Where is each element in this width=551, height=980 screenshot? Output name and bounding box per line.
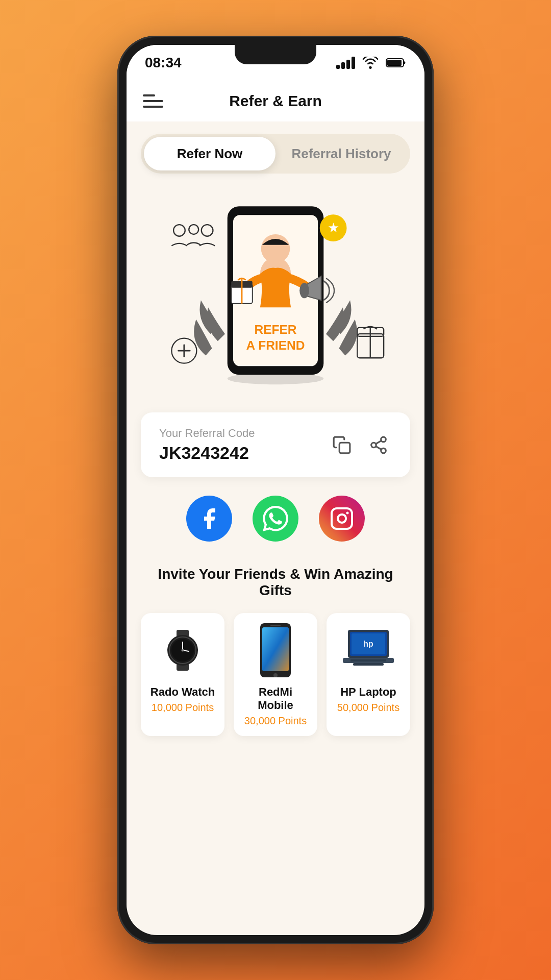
mobile-points: 30,000 Points xyxy=(244,715,307,727)
referral-code-card: Your Referral Code JK3243242 xyxy=(141,412,410,477)
status-time: 08:34 xyxy=(145,55,182,71)
page-title: Refer & Earn xyxy=(163,92,388,110)
svg-rect-51 xyxy=(350,659,386,662)
svg-text:A FRIEND: A FRIEND xyxy=(246,338,305,352)
svg-rect-42 xyxy=(262,627,289,671)
referral-code-label: Your Referral Code xyxy=(159,427,329,440)
mobile-image xyxy=(247,622,304,678)
copy-button[interactable] xyxy=(329,432,355,458)
instagram-button[interactable] xyxy=(319,496,365,542)
svg-point-23 xyxy=(228,373,324,385)
watch-image xyxy=(155,622,211,678)
battery-icon xyxy=(386,57,406,68)
referral-actions xyxy=(329,432,392,458)
svg-rect-1 xyxy=(387,60,402,66)
facebook-button[interactable] xyxy=(186,496,232,542)
referral-code-info: Your Referral Code JK3243242 xyxy=(159,427,329,463)
svg-rect-30 xyxy=(332,508,352,529)
gift-card-watch: Rado Watch 10,000 Points xyxy=(141,613,224,736)
referral-code-value: JK3243242 xyxy=(159,443,329,463)
hero-illustration: REFER A FRIEND xyxy=(141,186,410,400)
gift-card-mobile: RedMi Mobile 30,000 Points xyxy=(234,613,317,736)
notch xyxy=(235,45,316,64)
svg-point-7 xyxy=(261,234,290,263)
svg-point-43 xyxy=(273,673,278,677)
signal-icon xyxy=(336,57,355,69)
svg-rect-24 xyxy=(339,443,350,453)
watch-name: Rado Watch xyxy=(151,685,215,699)
gifts-grid: Rado Watch 10,000 Points xyxy=(141,613,410,736)
svg-text:REFER: REFER xyxy=(254,323,296,336)
gift-card-laptop: hp HP Laptop 50,000 Points xyxy=(327,613,410,736)
svg-point-39 xyxy=(182,649,184,652)
tab-refer-now[interactable]: Refer Now xyxy=(144,137,276,170)
main-content: REFER A FRIEND xyxy=(127,186,424,935)
svg-line-29 xyxy=(376,440,382,444)
svg-text:★: ★ xyxy=(328,220,339,235)
menu-button[interactable] xyxy=(143,94,163,108)
svg-point-16 xyxy=(202,225,213,236)
tab-bar: Refer Now Referral History xyxy=(141,134,410,174)
svg-line-28 xyxy=(376,446,382,449)
svg-text:hp: hp xyxy=(363,640,373,648)
svg-point-15 xyxy=(189,225,198,234)
svg-point-14 xyxy=(173,225,185,236)
laptop-name: HP Laptop xyxy=(340,685,396,699)
watch-points: 10,000 Points xyxy=(152,702,214,714)
mobile-name: RedMi Mobile xyxy=(240,685,311,712)
svg-point-11 xyxy=(299,283,309,298)
social-icons xyxy=(141,496,410,542)
phone-screen: 08:34 xyxy=(127,45,424,935)
share-button[interactable] xyxy=(365,432,392,458)
laptop-image: hp xyxy=(340,622,396,678)
svg-rect-44 xyxy=(270,625,281,626)
svg-rect-50 xyxy=(353,663,384,666)
phone-shell: 08:34 xyxy=(117,36,434,944)
top-nav: Refer & Earn xyxy=(127,81,424,121)
whatsapp-button[interactable] xyxy=(253,496,298,542)
wifi-icon xyxy=(362,57,379,69)
status-icons xyxy=(336,57,406,69)
gifts-title: Invite Your Friends & Win Amazing Gifts xyxy=(141,566,410,599)
tab-referral-history[interactable]: Referral History xyxy=(276,137,407,170)
laptop-points: 50,000 Points xyxy=(337,702,399,714)
